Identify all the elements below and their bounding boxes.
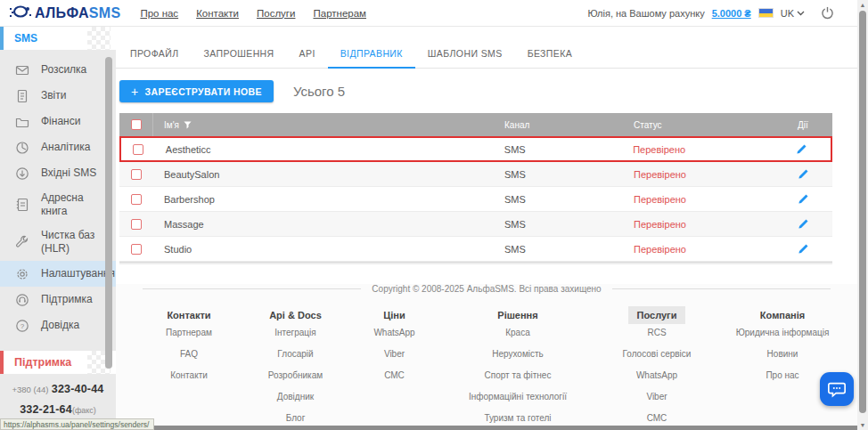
sender-name: Massage <box>153 219 494 230</box>
footer-link[interactable]: Новини <box>729 349 836 359</box>
column-header-channel[interactable]: Канал <box>494 120 623 130</box>
page-scrollbar[interactable]: ▲ ▼ <box>857 0 868 430</box>
select-all-checkbox[interactable] <box>131 119 142 130</box>
footer-link[interactable]: Блог <box>253 413 338 423</box>
footer-link[interactable]: Глосарій <box>253 349 338 359</box>
logout-power-icon[interactable] <box>821 6 834 20</box>
table-row-beautysalon[interactable]: BeautySalon SMS Перевірено <box>119 162 832 187</box>
edit-pencil-icon[interactable] <box>798 193 832 205</box>
edit-pencil-icon[interactable] <box>798 168 832 180</box>
footer-link[interactable]: СМС <box>361 370 428 380</box>
row-checkbox[interactable] <box>133 144 143 155</box>
footer-link[interactable]: WhatsApp <box>361 328 428 337</box>
footer-link[interactable]: Інформаційні технології <box>451 392 585 402</box>
column-header-status[interactable]: Статус <box>623 120 792 130</box>
nav-partners-link[interactable]: Партнерам <box>313 8 366 19</box>
logo[interactable]: АЛЬФАSMS <box>9 4 120 22</box>
balance-link[interactable]: 5.0000 ₴ <box>712 8 751 19</box>
footer-link[interactable]: FAQ <box>148 349 230 359</box>
footer-link[interactable]: Довідник <box>253 392 338 402</box>
envelope-icon <box>14 62 29 77</box>
footer-link[interactable]: Viber <box>608 392 706 402</box>
footer-link[interactable]: СМС <box>608 413 706 423</box>
footer-link[interactable]: WhatsApp <box>608 370 706 380</box>
footer-link[interactable]: Viber <box>361 349 428 359</box>
footer-col-title: Ціни <box>374 306 414 324</box>
tab-sms-templates[interactable]: ШАБЛОНИ SMS <box>415 43 515 68</box>
senders-table: Ім'я Канал Статус Дії Aestheticc SMS Пер… <box>119 113 832 262</box>
copyright-row: Copyright © 2008-2025 АльфаSMS. Всі прав… <box>116 284 857 294</box>
table-row-massage[interactable]: Massage SMS Перевірено <box>119 212 832 237</box>
row-checkbox[interactable] <box>131 194 142 205</box>
sidebar-menu: Розсилка Звіти Фінанси Аналітика Вхідні … <box>0 50 116 338</box>
scroll-down-arrow[interactable]: ▼ <box>857 420 868 430</box>
table-row-studio[interactable]: Studio SMS Перевірено <box>119 237 832 262</box>
plus-icon: + <box>131 85 139 99</box>
footer-link[interactable]: Інтеграція <box>253 328 338 337</box>
footer-link[interactable]: Розробникам <box>253 370 338 380</box>
chat-widget-button[interactable] <box>820 372 854 406</box>
support-phone-2: 332-21-64(факс) <box>5 403 111 416</box>
sidebar-item-label: Підтримка <box>41 293 111 306</box>
sender-name: Barbershop <box>153 194 494 205</box>
row-checkbox[interactable] <box>131 244 142 255</box>
sidebar-item-dovidka[interactable]: ? Довідка <box>0 312 116 338</box>
sidebar-item-adresna-knyha[interactable]: Адресна книга <box>0 186 116 223</box>
sidebar-item-analityka[interactable]: Аналітика <box>0 134 116 160</box>
tab-api[interactable]: API <box>287 43 328 68</box>
register-new-button[interactable]: + ЗАРЕЄСТРУВАТИ НОВЕ <box>119 80 274 102</box>
logo-text-secondary: SMS <box>89 5 121 21</box>
row-checkbox[interactable] <box>131 169 142 180</box>
nav-contacts-link[interactable]: Контакти <box>196 8 239 19</box>
tab-sender[interactable]: ВІДПРАВНИК <box>328 43 415 69</box>
sender-name: BeautySalon <box>153 169 494 180</box>
tab-invitations[interactable]: ЗАПРОШЕННЯ <box>191 43 286 68</box>
sidebar-item-vhidni-sms[interactable]: Вхідні SMS <box>0 160 116 186</box>
tab-profile[interactable]: ПРОФАЙЛ <box>118 43 191 68</box>
sidebar-item-hlr[interactable]: Чистка баз (HLR) <box>0 223 116 261</box>
footer-columns: Контакти Партнерам FAQ Контакти Api & Do… <box>127 294 857 426</box>
footer-link[interactable]: Контакти <box>148 370 230 380</box>
scroll-up-arrow[interactable]: ▲ <box>857 0 868 10</box>
table-row-barbershop[interactable]: Barbershop SMS Перевірено <box>119 187 832 212</box>
edit-pencil-icon[interactable] <box>796 143 831 155</box>
footer-link[interactable]: RCS <box>608 328 706 337</box>
filter-icon[interactable] <box>184 121 192 129</box>
footer-link[interactable]: Спорт та фітнес <box>451 370 585 380</box>
sidebar-item-pidtrymka[interactable]: Підтримка <box>0 287 116 312</box>
logo-icon <box>9 4 32 22</box>
footer-link[interactable]: Партнерам <box>148 328 230 337</box>
sidebar-item-rozsylka[interactable]: Розсилка <box>0 57 116 83</box>
footer-link[interactable]: Нерухомість <box>451 349 585 359</box>
main-content: ПРОФАЙЛ ЗАПРОШЕННЯ API ВІДПРАВНИК ШАБЛОН… <box>116 27 857 426</box>
sidebar-item-nalashtuvannya[interactable]: Налаштування <box>0 261 116 287</box>
tab-security[interactable]: БЕЗПЕКА <box>515 43 585 68</box>
footer-col-api-docs: Api & Docs Інтеграція Глосарій Розробник… <box>253 306 338 426</box>
nav-about-link[interactable]: Про нас <box>140 8 178 19</box>
footer-col-company: Компанія Юридична інформація Новини Про … <box>729 306 836 426</box>
edit-pencil-icon[interactable] <box>798 243 832 255</box>
report-icon <box>14 88 29 103</box>
column-header-name[interactable]: Ім'я <box>153 120 494 130</box>
sidebar-item-label: Звіти <box>41 89 111 102</box>
sender-channel: SMS <box>494 169 623 180</box>
sender-status: Перевірено <box>623 169 792 180</box>
svg-text:?: ? <box>20 322 24 330</box>
footer-link[interactable]: Юридична інформація <box>729 328 836 337</box>
language-selector[interactable]: UK <box>781 8 805 19</box>
scrollbar-thumb[interactable] <box>859 11 866 413</box>
sidebar-item-finansy[interactable]: Фінанси <box>0 109 116 134</box>
table-row-aestheticc[interactable]: Aestheticc SMS Перевірено <box>119 136 832 162</box>
sidebar-scrollbar-thumb[interactable] <box>105 57 112 369</box>
footer-link[interactable]: Туризм та готелі <box>451 413 585 423</box>
footer-col-title: Послуги <box>628 306 686 324</box>
footer-link[interactable]: Голосові сервіси <box>608 349 706 359</box>
address-book-icon <box>14 198 29 213</box>
row-checkbox[interactable] <box>131 219 142 230</box>
header-checkbox-cell <box>119 113 153 136</box>
nav-services-link[interactable]: Послуги <box>257 8 296 19</box>
footer-link[interactable]: Краса <box>451 328 585 337</box>
edit-pencil-icon[interactable] <box>798 218 832 230</box>
decorative-pixels <box>87 27 111 50</box>
sidebar-item-zvity[interactable]: Звіти <box>0 83 116 109</box>
